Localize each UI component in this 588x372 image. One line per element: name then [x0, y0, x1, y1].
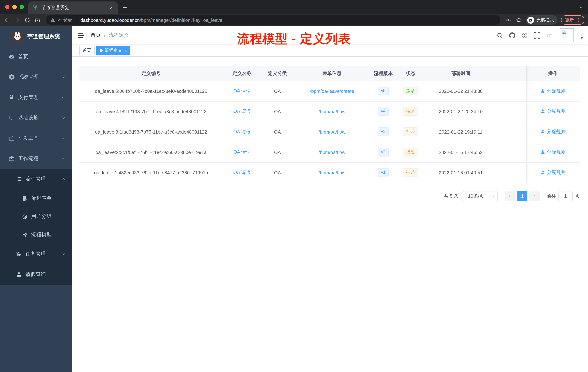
- search-icon[interactable]: [496, 32, 503, 38]
- window-controls: [0, 0, 28, 14]
- page-number-button[interactable]: 1: [517, 191, 527, 201]
- browser-menu-icon[interactable]: ⋮: [576, 17, 580, 22]
- page-size-value: 10条/页: [468, 193, 484, 199]
- prev-page-button[interactable]: [505, 191, 515, 201]
- assign-rule-label: 分配规则: [547, 108, 566, 115]
- sidebar-item-task-manage[interactable]: 任务管理: [0, 244, 72, 264]
- sidebar-item-home[interactable]: 首页: [0, 47, 72, 67]
- reload-icon[interactable]: [24, 17, 31, 23]
- bookmark-star-icon[interactable]: [516, 17, 522, 23]
- sidebar-item-process-model[interactable]: 流程模型: [0, 226, 72, 244]
- person-icon: [540, 129, 545, 134]
- form-link[interactable]: /bpm/oa/flow: [319, 129, 345, 134]
- cell-deploy-time: 2022-01-22 19:19:11: [425, 121, 497, 142]
- sidebar-item-label: 用户分组: [31, 213, 65, 220]
- incognito-label: 无痕模式: [536, 17, 554, 23]
- status-badge: 激活: [403, 87, 418, 95]
- definition-name-link[interactable]: OA 请假: [233, 129, 251, 134]
- font-size-icon[interactable]: TT: [546, 33, 552, 38]
- assign-rule-button[interactable]: 分配规则: [540, 149, 566, 155]
- col-form-info: 表单信息: [294, 66, 370, 81]
- version-badge[interactable]: v4: [378, 107, 389, 116]
- new-tab-button[interactable]: +: [118, 4, 132, 14]
- breadcrumb-home[interactable]: 首页: [91, 32, 101, 39]
- address-bar[interactable]: 不安全 dashboard.yudao.iocoder.cn/bpm/manag…: [46, 15, 500, 25]
- assign-rule-button[interactable]: 分配规则: [540, 88, 566, 94]
- avatar[interactable]: [560, 28, 574, 42]
- tab-title: 芋道管理系统: [42, 5, 105, 11]
- sidebar-item-payment[interactable]: ¥ 支付管理: [0, 87, 72, 108]
- caret-down-icon[interactable]: [580, 37, 584, 39]
- sidebar-item-workflow[interactable]: 工作流程: [0, 149, 72, 169]
- back-icon[interactable]: [4, 17, 10, 23]
- fullscreen-icon[interactable]: [534, 32, 540, 38]
- org-tree-icon: [16, 251, 22, 257]
- definition-name-link[interactable]: OA 请假: [233, 109, 251, 114]
- form-edit-icon: [22, 196, 28, 201]
- home-icon[interactable]: [34, 17, 41, 23]
- github-icon[interactable]: [509, 32, 515, 38]
- sidebar-item-leave-query[interactable]: 请假查询: [0, 264, 72, 285]
- sidebar-item-label: 基础设施: [18, 115, 61, 121]
- browser-update-button[interactable]: 更新 ⋮: [561, 15, 584, 25]
- sidebar-item-label: 研发工具: [18, 135, 61, 142]
- sidebar-item-label: 支付管理: [18, 94, 61, 101]
- definition-name-link[interactable]: OA 请假: [233, 170, 251, 175]
- pagination: 共 5 条 10条/页 1 前往 页: [79, 191, 580, 201]
- sidebar-toggle-icon[interactable]: [78, 32, 85, 38]
- form-link[interactable]: /bpm/oa/flow: [319, 149, 345, 155]
- password-key-icon[interactable]: [505, 17, 512, 23]
- version-badge[interactable]: v3: [378, 127, 389, 136]
- tag-home[interactable]: 首页: [79, 46, 94, 55]
- tab-close-icon[interactable]: ×: [108, 5, 114, 11]
- tag-process-definition[interactable]: 流程定义 ×: [96, 46, 130, 55]
- url-text[interactable]: dashboard.yudao.iocoder.cn/bpm/manager/d…: [80, 17, 222, 23]
- version-badge[interactable]: v1: [378, 168, 389, 177]
- version-badge[interactable]: v5: [378, 87, 389, 95]
- cell-category: OA: [261, 121, 294, 142]
- definition-name-link[interactable]: OA 请假: [233, 88, 251, 94]
- forward-icon[interactable]: [14, 17, 20, 23]
- security-label[interactable]: 不安全: [58, 17, 72, 23]
- sidebar-item-user-group[interactable]: 用户分组: [0, 208, 72, 226]
- logo-avatar: [12, 31, 23, 42]
- zoom-window-button[interactable]: [20, 5, 24, 9]
- form-link[interactable]: /bpm/oa/flow: [319, 109, 345, 114]
- table-row: oa_leave:4:991f2193-7b7f-11ec-a3c8-acde4…: [79, 101, 580, 121]
- close-window-button[interactable]: [5, 5, 10, 9]
- tag-close-icon[interactable]: ×: [125, 48, 127, 53]
- page-size-select[interactable]: 10条/页: [463, 191, 498, 201]
- minimize-window-button[interactable]: [12, 5, 17, 9]
- sidebar-item-process-manage[interactable]: 流程管理: [0, 169, 72, 189]
- version-badge[interactable]: v2: [378, 148, 389, 156]
- table-row: oa_leave:1:482ec033-762a-11ec-8477-a2380…: [79, 162, 580, 183]
- font-size-small-glyph: T: [546, 34, 548, 38]
- cell-deploy-time: 2022-01-16 01:40:51: [425, 162, 497, 183]
- goto-page-input[interactable]: [558, 191, 573, 201]
- tab-search-icon[interactable]: ⌄: [579, 4, 583, 9]
- url-path: /bpm/manager/definition?key=oa_leave: [140, 17, 222, 23]
- definition-name-link[interactable]: OA 请假: [233, 149, 251, 155]
- sidebar-item-system[interactable]: 系统管理: [0, 67, 72, 87]
- sidebar-item-infra[interactable]: 基础设施: [0, 108, 72, 128]
- sidebar-logo[interactable]: 芋道管理系统: [0, 26, 72, 47]
- form-link[interactable]: /bpm/oa/flow: [319, 170, 345, 175]
- app-title: 芋道管理系统: [27, 33, 60, 40]
- table-row: oa_leave:5:004b710b-7b8a-11ec-8ef0-acde4…: [79, 81, 580, 101]
- dashboard-icon: [9, 54, 15, 60]
- assign-rule-button[interactable]: 分配规则: [540, 169, 566, 176]
- form-link[interactable]: /bpm/oa/leave/create: [310, 88, 354, 94]
- monitor-icon: [9, 115, 15, 121]
- col-process-version: 流程版本: [370, 66, 396, 81]
- cell-category: OA: [261, 101, 294, 121]
- status-badge: 挂起: [403, 168, 418, 177]
- help-icon[interactable]: ?: [521, 32, 527, 38]
- sidebar-item-process-form[interactable]: 流程表单: [0, 189, 72, 208]
- browser-tab[interactable]: 芋道管理系统 ×: [28, 1, 118, 14]
- next-page-button[interactable]: [529, 191, 540, 201]
- sidebar-item-devtools[interactable]: 研发工具: [0, 128, 72, 149]
- assign-rule-button[interactable]: 分配规则: [540, 108, 566, 115]
- assign-rule-button[interactable]: 分配规则: [540, 129, 566, 135]
- breadcrumb-current: 流程定义: [109, 32, 129, 39]
- browser-window: 芋道管理系统 × + ⌄ 不安全 dashboard.yudao.iocoder…: [0, 0, 588, 372]
